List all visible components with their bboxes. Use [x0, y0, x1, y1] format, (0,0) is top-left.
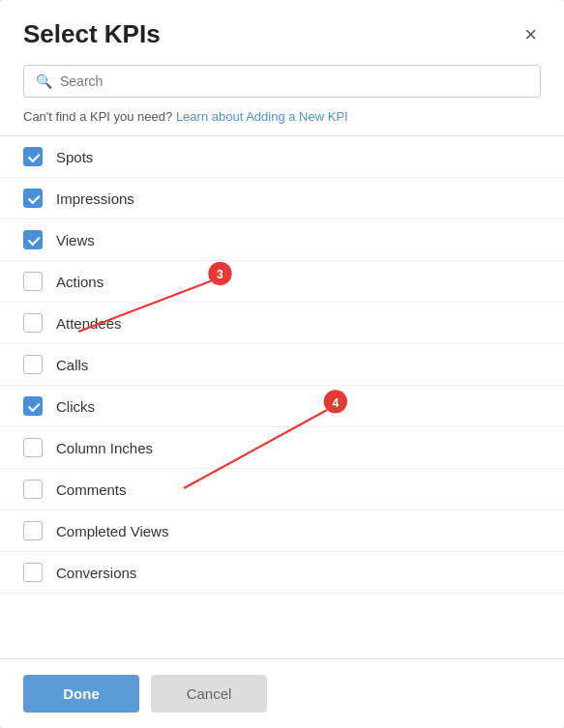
checkbox-views[interactable]: [23, 230, 43, 249]
kpi-label-impressions: Impressions: [56, 190, 134, 207]
kpi-item-comments[interactable]: Comments: [0, 469, 564, 510]
kpi-item-actions[interactable]: Actions: [0, 261, 564, 303]
modal-header: Select KPIs ×: [0, 0, 564, 65]
select-kpis-modal: Select KPIs × 🔍 Can't find a KPI you nee…: [0, 0, 564, 728]
cancel-button[interactable]: Cancel: [151, 675, 267, 713]
kpi-item-attendees[interactable]: Attendees: [0, 303, 564, 344]
kpi-label-attendees: Attendees: [56, 315, 122, 332]
search-icon: 🔍: [36, 73, 52, 89]
kpi-item-conversions[interactable]: Conversions: [0, 552, 564, 594]
kpi-item-views[interactable]: Views: [0, 219, 564, 261]
checkbox-conversions[interactable]: [23, 563, 43, 582]
kpi-label-column-inches: Column Inches: [56, 440, 153, 456]
checkbox-attendees[interactable]: [23, 313, 43, 333]
checkbox-completed-views[interactable]: [23, 521, 43, 540]
search-box: 🔍: [23, 65, 541, 98]
help-text: Can't find a KPI you need? Learn about A…: [0, 109, 564, 135]
search-container: 🔍: [0, 65, 564, 109]
kpi-item-calls[interactable]: Calls: [0, 344, 564, 386]
kpi-item-column-inches[interactable]: Column Inches: [0, 427, 564, 469]
kpi-label-actions: Actions: [56, 274, 104, 290]
help-link[interactable]: Learn about Adding a New KPI: [176, 109, 348, 124]
help-static-text: Can't find a KPI you need?: [23, 109, 172, 124]
checkbox-actions[interactable]: [23, 272, 43, 291]
kpi-item-clicks[interactable]: Clicks: [0, 386, 564, 427]
checkbox-spots[interactable]: [23, 147, 43, 166]
kpi-label-conversions: Conversions: [56, 565, 136, 581]
close-button[interactable]: ×: [520, 20, 541, 49]
modal-footer: Done Cancel: [0, 658, 564, 728]
kpi-label-calls: Calls: [56, 357, 88, 373]
kpi-label-spots: Spots: [56, 149, 93, 165]
kpi-item-impressions[interactable]: Impressions: [0, 178, 564, 219]
done-button[interactable]: Done: [23, 675, 139, 713]
checkbox-impressions[interactable]: [23, 189, 43, 208]
kpi-label-views: Views: [56, 232, 95, 248]
kpi-label-comments: Comments: [56, 481, 127, 498]
kpi-list: SpotsImpressionsViewsActionsAttendeesCal…: [0, 136, 564, 639]
checkbox-calls[interactable]: [23, 355, 43, 374]
modal-title: Select KPIs: [23, 19, 161, 49]
checkbox-comments[interactable]: [23, 480, 43, 499]
kpi-list-wrapper: SpotsImpressionsViewsActionsAttendeesCal…: [0, 136, 564, 658]
kpi-label-completed-views: Completed Views: [56, 523, 168, 539]
kpi-label-clicks: Clicks: [56, 398, 95, 415]
checkbox-clicks[interactable]: [23, 396, 43, 416]
checkbox-column-inches[interactable]: [23, 438, 43, 457]
kpi-item-spots[interactable]: Spots: [0, 136, 564, 178]
search-input[interactable]: [60, 73, 528, 89]
kpi-item-completed-views[interactable]: Completed Views: [0, 510, 564, 552]
